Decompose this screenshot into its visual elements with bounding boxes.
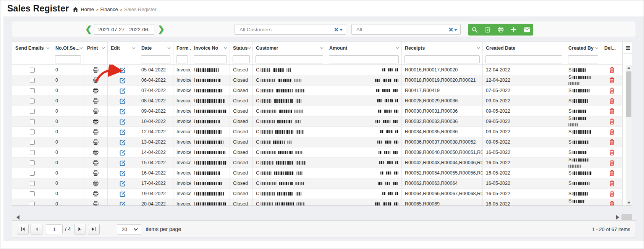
send-email-checkbox[interactable] [30, 99, 35, 103]
export-excel-button[interactable]: x [481, 24, 494, 36]
print-row-icon[interactable] [93, 160, 99, 166]
next-period-button[interactable]: ❯ [157, 24, 166, 34]
send-email-checkbox[interactable] [30, 202, 35, 206]
send-email-checkbox[interactable] [30, 68, 35, 73]
edit-icon[interactable] [120, 180, 126, 187]
send-email-checkbox[interactable] [30, 88, 35, 93]
print-row-icon[interactable] [93, 78, 99, 83]
column-menu-chevron-icon[interactable] [320, 47, 324, 49]
scroll-left-icon[interactable] [16, 215, 19, 220]
edit-icon[interactable] [120, 139, 126, 146]
print-row-icon[interactable] [93, 119, 99, 124]
scroll-down-icon[interactable] [626, 200, 632, 205]
clear-filter-icon[interactable] [334, 27, 338, 32]
column-menu-button[interactable] [623, 42, 632, 53]
print-row-icon[interactable] [93, 191, 99, 197]
column-menu-chevron-icon[interactable] [248, 47, 251, 49]
type-filter-dropdown[interactable]: All [351, 24, 461, 35]
vertical-scrollbar[interactable] [626, 65, 632, 205]
column-header-date[interactable]: Date [138, 42, 173, 54]
customer-filter-dropdown[interactable]: All Customers [235, 24, 346, 35]
send-email-checkbox[interactable] [30, 171, 35, 176]
print-row-icon[interactable] [93, 181, 99, 186]
breadcrumb-home[interactable]: Home [81, 6, 94, 12]
filter-input-date[interactable] [141, 55, 170, 63]
print-row-icon[interactable] [93, 108, 99, 114]
send-email-checkbox[interactable] [30, 78, 35, 83]
previous-period-button[interactable]: ❮ [84, 24, 93, 34]
delete-icon[interactable] [609, 118, 615, 124]
filter-input-no_of_se[interactable] [55, 55, 81, 63]
print-row-icon[interactable] [93, 170, 99, 176]
column-menu-chevron-icon[interactable] [132, 47, 136, 49]
edit-icon[interactable] [120, 98, 126, 104]
column-header-print[interactable]: Print [84, 42, 108, 54]
delete-icon[interactable] [609, 160, 615, 166]
delete-icon[interactable] [609, 201, 615, 205]
filter-input-form[interactable] [176, 55, 188, 63]
print-row-icon[interactable] [93, 139, 99, 145]
column-header-no-of-se[interactable]: No.Of.Se... [52, 42, 84, 54]
send-email-checkbox[interactable] [30, 160, 35, 165]
delete-icon[interactable] [609, 87, 615, 94]
column-menu-chevron-icon[interactable] [396, 47, 399, 49]
send-email-checkbox[interactable] [30, 150, 35, 155]
scroll-right-icon[interactable] [616, 215, 619, 220]
email-button[interactable] [520, 24, 533, 36]
column-menu-chevron-icon[interactable] [224, 47, 227, 49]
column-header-created-date[interactable]: Created Date [483, 42, 565, 54]
print-row-icon[interactable] [93, 150, 99, 155]
edit-icon[interactable] [120, 118, 126, 125]
column-header-amount[interactable]: Amount [326, 42, 402, 54]
column-header-invoice-no[interactable]: Invoice No [191, 42, 230, 54]
column-menu-chevron-icon[interactable] [79, 47, 83, 49]
delete-icon[interactable] [609, 191, 615, 197]
print-row-icon[interactable] [93, 88, 99, 94]
column-header-receipts[interactable]: Receipts [402, 42, 483, 54]
column-menu-chevron-icon[interactable] [102, 47, 105, 49]
first-page-button[interactable] [17, 224, 29, 234]
send-email-checkbox[interactable] [30, 119, 35, 124]
edit-icon[interactable] [120, 77, 126, 84]
edit-icon[interactable] [120, 201, 126, 206]
date-range-input[interactable] [94, 24, 154, 35]
column-menu-chevron-icon[interactable] [167, 47, 171, 49]
send-email-checkbox[interactable] [30, 181, 35, 186]
filter-input-invoice-no[interactable] [194, 55, 227, 63]
edit-icon[interactable] [120, 108, 126, 115]
column-header-send-emails[interactable]: Send Emails [12, 42, 52, 54]
edit-icon[interactable] [120, 87, 126, 94]
edit-icon[interactable] [120, 149, 126, 156]
edit-icon[interactable] [120, 129, 126, 135]
delete-icon[interactable] [609, 77, 615, 83]
delete-icon[interactable] [609, 139, 615, 145]
column-header-form[interactable]: Form ... [173, 42, 191, 54]
column-menu-chevron-icon[interactable] [477, 47, 480, 49]
print-row-icon[interactable] [93, 201, 99, 206]
column-header-edit[interactable]: Edit [108, 42, 138, 54]
filter-input-status[interactable] [233, 55, 250, 63]
print-button[interactable] [494, 24, 507, 36]
filter-input-created-by[interactable] [568, 55, 598, 63]
delete-icon[interactable] [609, 108, 615, 114]
filter-input-created_date[interactable] [485, 55, 562, 63]
breadcrumb-finance[interactable]: Finance [100, 6, 118, 12]
column-header-customer[interactable]: Customer [253, 42, 326, 54]
filter-input-receipts[interactable] [405, 55, 480, 63]
print-row-icon[interactable] [93, 129, 99, 135]
filter-input-amount[interactable] [329, 55, 399, 63]
page-size-select[interactable]: 20 [117, 224, 141, 234]
delete-icon[interactable] [609, 129, 615, 135]
send-email-checkbox[interactable] [30, 140, 35, 145]
delete-icon[interactable] [609, 149, 615, 155]
previous-page-button[interactable] [31, 224, 42, 234]
filter-input-customer[interactable] [256, 55, 323, 63]
search-button[interactable] [468, 24, 481, 36]
column-header-status[interactable]: Status [230, 42, 253, 54]
delete-icon[interactable] [609, 170, 615, 176]
horizontal-scrollbar-thumb[interactable] [621, 214, 632, 220]
edit-icon[interactable] [120, 160, 126, 166]
page-number-input[interactable] [46, 224, 63, 234]
delete-icon[interactable] [609, 67, 615, 73]
scrollbar-thumb[interactable] [626, 71, 631, 117]
